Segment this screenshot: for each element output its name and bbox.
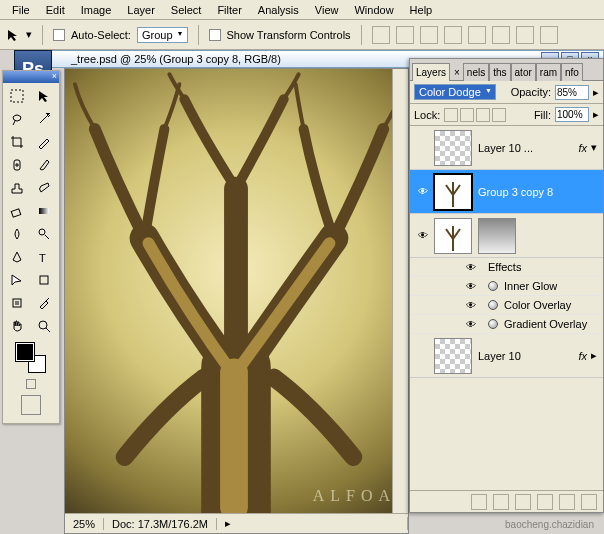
align-icon[interactable] (540, 26, 558, 44)
tab-layers[interactable]: Layers (412, 63, 450, 81)
move-tool-icon[interactable] (32, 85, 56, 107)
move-tool-icon[interactable]: ▾ (6, 28, 32, 42)
blend-mode-dropdown[interactable]: Color Dodge (414, 84, 496, 100)
autoselect-checkbox[interactable] (53, 29, 65, 41)
visibility-icon[interactable] (464, 279, 478, 293)
menu-window[interactable]: Window (346, 2, 401, 18)
screenmode-icon[interactable] (21, 395, 41, 415)
visibility-icon[interactable] (416, 229, 430, 243)
fx-badge-icon[interactable]: fx (578, 142, 587, 154)
visibility-icon[interactable] (464, 317, 478, 331)
notes-tool-icon[interactable] (5, 292, 29, 314)
menu-select[interactable]: Select (163, 2, 210, 18)
tab-histogram[interactable]: ram (536, 63, 561, 81)
chevron-down-icon[interactable]: ▾ (591, 141, 597, 154)
dodge-tool-icon[interactable] (32, 223, 56, 245)
layer-name[interactable]: Layer 10 (478, 350, 574, 362)
path-tool-icon[interactable] (5, 269, 29, 291)
layer-thumbnail[interactable] (434, 338, 472, 374)
lock-position-icon[interactable] (476, 108, 490, 122)
history-brush-tool-icon[interactable] (32, 177, 56, 199)
chevron-right-icon[interactable]: ▸ (591, 349, 597, 362)
fx-badge-icon[interactable]: fx (578, 350, 587, 362)
stamp-tool-icon[interactable] (5, 177, 29, 199)
effect-item[interactable]: Color Overlay (410, 296, 603, 315)
align-icon[interactable] (516, 26, 534, 44)
align-icon[interactable] (492, 26, 510, 44)
pen-tool-icon[interactable] (5, 246, 29, 268)
hand-tool-icon[interactable] (5, 315, 29, 337)
fill-chevron-icon[interactable]: ▸ (593, 108, 599, 121)
align-icon[interactable] (468, 26, 486, 44)
lock-transparency-icon[interactable] (444, 108, 458, 122)
gradient-tool-icon[interactable] (32, 200, 56, 222)
visibility-icon[interactable] (416, 185, 430, 199)
tab-paths[interactable]: ths (489, 63, 510, 81)
visibility-icon[interactable] (464, 298, 478, 312)
wand-tool-icon[interactable] (32, 108, 56, 130)
close-icon[interactable]: × (52, 71, 57, 83)
menu-analysis[interactable]: Analysis (250, 2, 307, 18)
tab-close-icon[interactable]: × (451, 64, 463, 81)
zoom-tool-icon[interactable] (32, 315, 56, 337)
menu-help[interactable]: Help (402, 2, 441, 18)
layer-name[interactable]: Group 3 copy 8 (478, 186, 601, 198)
menu-file[interactable]: File (4, 2, 38, 18)
visibility-icon[interactable] (416, 141, 430, 155)
new-layer-icon[interactable] (559, 494, 575, 510)
visibility-icon[interactable] (416, 349, 430, 363)
effect-item[interactable]: Inner Glow (410, 277, 603, 296)
align-icon[interactable] (372, 26, 390, 44)
lock-all-icon[interactable] (492, 108, 506, 122)
opacity-input[interactable] (555, 85, 589, 100)
vertical-scrollbar[interactable] (392, 69, 408, 513)
doc-size[interactable]: Doc: 17.3M/176.2M (104, 518, 217, 530)
layer-name[interactable]: Layer 10 ... (478, 142, 574, 154)
foreground-color[interactable] (16, 343, 34, 361)
heal-tool-icon[interactable] (5, 154, 29, 176)
align-icon[interactable] (396, 26, 414, 44)
brush-tool-icon[interactable] (32, 154, 56, 176)
toolbox-header[interactable]: × (3, 71, 59, 83)
align-icon[interactable] (420, 26, 438, 44)
slice-tool-icon[interactable] (32, 131, 56, 153)
visibility-icon[interactable] (464, 260, 478, 274)
document-canvas[interactable]: ALFOA 25% Doc: 17.3M/176.2M ▸ (64, 68, 409, 534)
effects-header[interactable]: Effects (410, 258, 603, 277)
showtransform-checkbox[interactable] (209, 29, 221, 41)
marquee-tool-icon[interactable] (5, 85, 29, 107)
menu-filter[interactable]: Filter (209, 2, 249, 18)
layer-style-icon[interactable] (493, 494, 509, 510)
lock-pixels-icon[interactable] (460, 108, 474, 122)
layer-row[interactable] (410, 214, 603, 258)
effect-item[interactable]: Gradient Overlay (410, 315, 603, 334)
layer-thumbnail[interactable] (434, 218, 472, 254)
crop-tool-icon[interactable] (5, 131, 29, 153)
new-group-icon[interactable] (537, 494, 553, 510)
shape-tool-icon[interactable] (32, 269, 56, 291)
align-icon[interactable] (444, 26, 462, 44)
layer-row[interactable]: Layer 10 ... fx ▾ (410, 126, 603, 170)
layer-row-selected[interactable]: Group 3 copy 8 (410, 170, 603, 214)
layer-mask-icon[interactable] (515, 494, 531, 510)
lasso-tool-icon[interactable] (5, 108, 29, 130)
menu-edit[interactable]: Edit (38, 2, 73, 18)
menu-image[interactable]: Image (73, 2, 120, 18)
eraser-tool-icon[interactable] (5, 200, 29, 222)
toolbox-panel[interactable]: × T (2, 70, 60, 424)
foreground-background-colors[interactable] (16, 343, 46, 373)
menu-view[interactable]: View (307, 2, 347, 18)
zoom-level[interactable]: 25% (65, 518, 104, 530)
link-layers-icon[interactable] (471, 494, 487, 510)
autoselect-dropdown[interactable]: Group (137, 27, 188, 43)
layer-thumbnail[interactable] (434, 174, 472, 210)
layer-mask-thumbnail[interactable] (478, 218, 516, 254)
tab-navigator[interactable]: ator (511, 63, 536, 81)
menu-layer[interactable]: Layer (119, 2, 163, 18)
tab-channels[interactable]: nels (463, 63, 489, 81)
quickmask-icon[interactable] (26, 379, 36, 389)
layers-panel[interactable]: Layers× nels ths ator ram nfo Color Dodg… (409, 58, 604, 513)
layer-thumbnail[interactable] (434, 130, 472, 166)
blur-tool-icon[interactable] (5, 223, 29, 245)
opacity-chevron-icon[interactable]: ▸ (593, 86, 599, 99)
